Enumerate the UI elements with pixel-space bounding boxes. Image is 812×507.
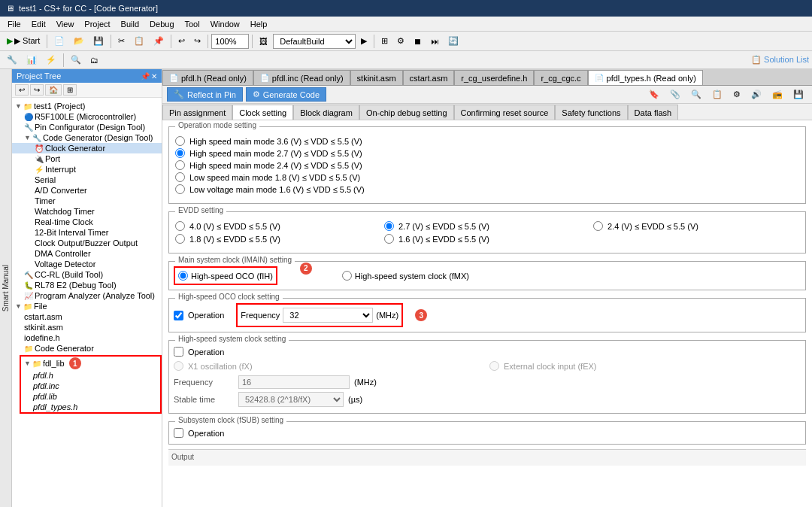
toolbar-btn-save[interactable]: 💾	[89, 34, 108, 48]
tree-item-stkinit[interactable]: stkinit.asm	[12, 322, 162, 332]
toolbar-action-5[interactable]: ⚙	[729, 87, 744, 102]
tree-item-12bit[interactable]: 12-Bit Interval Timer	[12, 227, 162, 238]
menu-view[interactable]: View	[52, 18, 79, 30]
toolbar-btn-restart[interactable]: 🔄	[444, 34, 462, 48]
file-tab-pfdl-inc[interactable]: 📄 pfdl.inc (Read only)	[253, 70, 350, 85]
toolbar-btn-step[interactable]: ⏭	[427, 35, 443, 48]
tree-item-prog-analyzer[interactable]: 📈 Program Analyzer (Analyze Tool)	[12, 290, 162, 301]
tab-clock-setting[interactable]: Clock setting	[232, 105, 293, 120]
tree-item-pfdl-h[interactable]: pfdl.h	[21, 370, 160, 381]
toolbar-btn-stop[interactable]: ⏹	[410, 35, 426, 48]
toolbar-btn-copy2[interactable]: ⊞	[377, 34, 392, 48]
reflect-in-pin-button[interactable]: 🔧 Reflect in Pin	[167, 87, 243, 102]
menu-project[interactable]: Project	[80, 18, 114, 30]
toolbar-btn-copy[interactable]: 📋	[130, 34, 148, 48]
tree-item-clock-generator[interactable]: ⏰ Clock Generator	[12, 143, 162, 153]
tree-item-clock-output[interactable]: Clock Output/Buzzer Output	[12, 238, 162, 248]
toolbar-action-7[interactable]: 📻	[768, 87, 786, 102]
toolbar-action-4[interactable]: 📋	[708, 87, 726, 102]
op-mode-radio-0[interactable]	[175, 136, 185, 146]
menu-file[interactable]: File	[3, 18, 26, 30]
tree-btn-home[interactable]: 🏠	[45, 84, 62, 96]
tree-item-interrupt[interactable]: ⚡ Interrupt	[12, 164, 162, 175]
tree-item-dma[interactable]: DMA Controller	[12, 248, 162, 259]
tree-item-timer[interactable]: Timer	[12, 196, 162, 206]
file-tab-pfdl-h[interactable]: 📄 pfdl.h (Read only)	[162, 70, 253, 85]
tree-btn-forward[interactable]: ↪	[30, 84, 44, 96]
tree-item-cstart[interactable]: cstart.asm	[12, 311, 162, 322]
tree-item-rtc[interactable]: Real-time Clock	[12, 217, 162, 227]
toolbar-btn-undo[interactable]: ↩	[174, 34, 189, 48]
toolbar-btn-play[interactable]: ▶	[357, 34, 371, 48]
tree-item-pfdl-types[interactable]: pfdl_types.h	[21, 402, 160, 412]
tree-item-pfdl-lib[interactable]: pfdl.lib	[21, 391, 160, 402]
toolbar-btn-run[interactable]: ⚙	[393, 34, 408, 48]
menu-tool[interactable]: Tool	[180, 18, 205, 30]
file-tab-cstart[interactable]: cstart.asm	[403, 70, 455, 85]
op-mode-radio-1[interactable]	[175, 148, 185, 158]
evdd-radio-4[interactable]	[593, 221, 603, 231]
toolbar-action-8[interactable]: 💾	[789, 87, 807, 102]
tree-item-ad[interactable]: A/D Converter	[12, 185, 162, 196]
file-tab-stkinit[interactable]: stkinit.asm	[350, 70, 403, 85]
toolbar-btn-img[interactable]: 🖼	[256, 35, 271, 48]
tab-data-flash[interactable]: Data flash	[628, 105, 679, 120]
tree-item-watchdog[interactable]: Watchdog Timer	[12, 206, 162, 217]
tab-block-diagram[interactable]: Block diagram	[293, 105, 359, 120]
tree-btn-expand[interactable]: ⊞	[63, 84, 77, 96]
tab-safety[interactable]: Safety functions	[555, 105, 627, 120]
evdd-radio-3[interactable]	[384, 234, 394, 244]
toolbar2-btn-2[interactable]: 📊	[23, 53, 41, 67]
tree-item-ccrl[interactable]: 🔨 CC-RL (Build Tool)	[12, 269, 162, 280]
toolbar-btn-redo[interactable]: ↪	[190, 34, 205, 48]
file-tab-rcg[interactable]: r_cg_userdefine.h	[454, 70, 534, 85]
close-panel-icon[interactable]: ✕	[151, 72, 157, 80]
hspd-sys-operation-checkbox[interactable]	[174, 347, 183, 357]
op-mode-radio-4[interactable]	[175, 184, 185, 194]
build-config-select[interactable]: DefaultBuild	[273, 34, 356, 49]
tree-item-pin-config[interactable]: 🔧 Pin Configurator (Design Tool)	[12, 122, 162, 132]
toolbar-action-1[interactable]: 🔖	[645, 87, 663, 102]
zoom-input[interactable]	[211, 34, 249, 49]
toolbar-action-2[interactable]: 📎	[666, 87, 684, 102]
menu-debug[interactable]: Debug	[145, 18, 178, 30]
toolbar2-btn-4[interactable]: 🔍	[67, 53, 85, 67]
tree-item-project[interactable]: ▼ 📁 test1 (Project)	[12, 101, 162, 111]
imain-radio-oco[interactable]	[178, 271, 188, 281]
tree-item-file-folder[interactable]: ▼ 📁 File	[12, 301, 162, 311]
subsys-operation-checkbox[interactable]	[174, 428, 183, 438]
pin-icon[interactable]: 📌	[141, 72, 150, 80]
evdd-radio-0[interactable]	[175, 221, 185, 231]
op-mode-radio-2[interactable]	[175, 160, 185, 170]
tab-onchip-debug[interactable]: On-chip debug setting	[359, 105, 454, 120]
menu-edit[interactable]: Edit	[27, 18, 50, 30]
tree-item-code-gen-tool[interactable]: ▼ 🔧 Code Generator (Design Tool)	[12, 132, 162, 143]
toolbar-btn-new[interactable]: 📄	[50, 34, 68, 48]
menu-window[interactable]: Window	[206, 18, 244, 30]
tree-item-codegen-folder[interactable]: 📁 Code Generator	[12, 343, 162, 354]
tree-item-iodefine[interactable]: iodefine.h	[12, 332, 162, 343]
evdd-radio-2[interactable]	[384, 221, 394, 231]
toolbar-action-6[interactable]: 🔊	[747, 87, 765, 102]
tree-item-mcu[interactable]: 🔵 R5F100LE (Microcontroller)	[12, 111, 162, 122]
toolbar2-btn-1[interactable]: 🔧	[3, 53, 21, 67]
tree-item-rl78[interactable]: 🐛 RL78 E2 (Debug Tool)	[12, 280, 162, 290]
menu-build[interactable]: Build	[117, 18, 144, 30]
menu-help[interactable]: Help	[246, 18, 272, 30]
toolbar2-btn-5[interactable]: 🗂	[86, 53, 102, 67]
tree-item-fdl-lib[interactable]: ▼ 📁 fdl_lib 1	[21, 357, 160, 370]
file-tab-pfdl-types[interactable]: 📄 pfdl_types.h (Read only)	[588, 70, 703, 85]
toolbar-btn-paste[interactable]: 📌	[150, 34, 168, 48]
evdd-radio-1[interactable]	[175, 234, 185, 244]
imain-radio-fmx[interactable]	[342, 271, 352, 281]
toolbar-btn-open[interactable]: 📂	[70, 34, 88, 48]
tree-item-serial[interactable]: Serial	[12, 175, 162, 185]
tree-btn-back[interactable]: ↩	[15, 84, 29, 96]
toolbar-action-3[interactable]: 🔍	[687, 87, 705, 102]
tree-item-port[interactable]: 🔌 Port	[12, 153, 162, 164]
generate-code-button[interactable]: ⚙ Generate Code	[246, 87, 326, 102]
tree-item-voltage[interactable]: Voltage Detector	[12, 259, 162, 269]
op-mode-radio-3[interactable]	[175, 172, 185, 182]
toolbar2-btn-3[interactable]: ⚡	[42, 53, 60, 67]
hspd-operation-checkbox[interactable]	[174, 311, 183, 320]
